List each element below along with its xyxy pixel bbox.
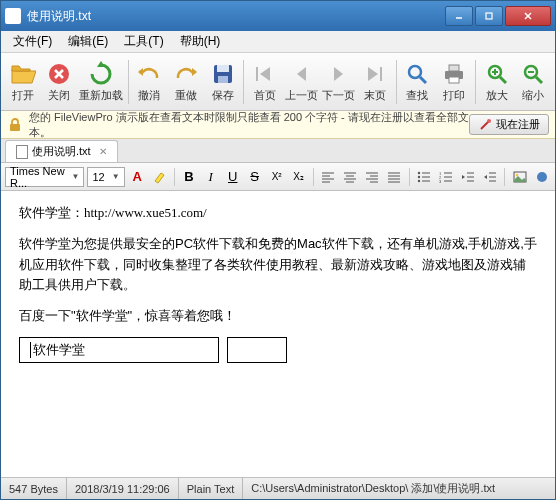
print-button[interactable]: 打印 — [436, 56, 472, 108]
tab-close-icon[interactable]: ✕ — [99, 146, 107, 157]
insert-link-button[interactable] — [532, 167, 551, 187]
prev-page-button[interactable]: 上一页 — [284, 56, 320, 108]
next-page-button[interactable]: 下一页 — [320, 56, 356, 108]
svg-rect-15 — [449, 65, 459, 71]
insert-image-button[interactable] — [510, 167, 529, 187]
redo-icon — [172, 60, 200, 88]
last-page-button[interactable]: 末页 — [357, 56, 393, 108]
indent-button[interactable] — [480, 167, 499, 187]
font-size-combo[interactable]: 12▼ — [87, 167, 124, 187]
statusbar: 547 Bytes 2018/3/19 11:29:06 Plain Text … — [1, 477, 555, 499]
maximize-button[interactable] — [475, 6, 503, 26]
svg-rect-24 — [10, 124, 20, 131]
align-center-button[interactable] — [341, 167, 360, 187]
svg-rect-9 — [218, 76, 228, 83]
lock-icon — [7, 117, 23, 133]
content-box-1: 软件学堂 — [19, 337, 219, 363]
close-file-button[interactable]: 关闭 — [42, 56, 78, 108]
zoom-in-icon — [483, 60, 511, 88]
svg-rect-11 — [380, 67, 382, 81]
status-type: Plain Text — [179, 478, 244, 499]
search-icon — [403, 60, 431, 88]
menu-file[interactable]: 文件(F) — [5, 31, 60, 52]
align-justify-button[interactable] — [385, 167, 404, 187]
svg-point-26 — [487, 119, 491, 123]
align-left-button[interactable] — [319, 167, 338, 187]
svg-point-43 — [418, 171, 420, 173]
menu-edit[interactable]: 编辑(E) — [60, 31, 116, 52]
highlight-button[interactable] — [150, 167, 169, 187]
window-title: 使用说明.txt — [27, 8, 443, 25]
document-tab[interactable]: 使用说明.txt ✕ — [5, 140, 118, 162]
document-icon — [16, 145, 28, 159]
subscript-button[interactable]: X₂ — [289, 167, 308, 187]
titlebar: 使用说明.txt — [1, 1, 555, 31]
menubar: 文件(F) 编辑(E) 工具(T) 帮助(H) — [1, 31, 555, 53]
format-toolbar: Times New R...▼ 12▼ A B I U S X² X₂ 123 — [1, 163, 555, 191]
close-button[interactable] — [505, 6, 551, 26]
menu-tools[interactable]: 工具(T) — [116, 31, 171, 52]
undo-button[interactable]: 撤消 — [131, 56, 167, 108]
svg-rect-10 — [256, 67, 258, 81]
main-toolbar: 打开 关闭 重新加载 撤消 重做 保存 首页 上一页 下一页 末页 查找 打印 … — [1, 53, 555, 111]
status-datetime: 2018/3/19 11:29:06 — [67, 478, 179, 499]
wand-icon — [478, 118, 492, 132]
minimize-button[interactable] — [445, 6, 473, 26]
open-button[interactable]: 打开 — [5, 56, 41, 108]
outdent-button[interactable] — [458, 167, 477, 187]
align-right-button[interactable] — [363, 167, 382, 187]
bold-button[interactable]: B — [179, 167, 198, 187]
banner-message: 您的 FileViewPro 演示版在查看文本时限制只能查看 200 个字符 -… — [29, 110, 469, 140]
prev-page-icon — [288, 60, 316, 88]
zoom-out-button[interactable]: 缩小 — [515, 56, 551, 108]
tab-label: 使用说明.txt — [32, 144, 91, 159]
content-box-row: 软件学堂 — [19, 337, 537, 363]
underline-button[interactable]: U — [223, 167, 242, 187]
trial-banner: 您的 FileViewPro 演示版在查看文本时限制只能查看 200 个字符 -… — [1, 111, 555, 139]
svg-rect-16 — [449, 77, 459, 83]
svg-point-47 — [418, 179, 420, 181]
status-size: 547 Bytes — [1, 478, 67, 499]
undo-icon — [135, 60, 163, 88]
font-color-button[interactable]: A — [128, 167, 147, 187]
svg-point-62 — [515, 173, 518, 176]
superscript-button[interactable]: X² — [267, 167, 286, 187]
svg-point-12 — [409, 66, 421, 78]
first-page-icon — [251, 60, 279, 88]
strike-button[interactable]: S — [245, 167, 264, 187]
save-icon — [209, 60, 237, 88]
first-page-button[interactable]: 首页 — [247, 56, 283, 108]
document-content[interactable]: 软件学堂：http://www.xue51.com/ 软件学堂为您提供最安全的P… — [1, 191, 555, 477]
next-page-icon — [324, 60, 352, 88]
svg-point-63 — [537, 172, 547, 182]
svg-point-45 — [418, 175, 420, 177]
number-list-button[interactable]: 123 — [437, 167, 456, 187]
content-line-1: 软件学堂：http://www.xue51.com/ — [19, 203, 537, 224]
redo-button[interactable]: 重做 — [168, 56, 204, 108]
register-button[interactable]: 现在注册 — [469, 114, 549, 135]
content-para-2: 百度一下"软件学堂"，惊喜等着您哦！ — [19, 306, 537, 327]
svg-rect-1 — [486, 13, 492, 19]
reload-icon — [87, 60, 115, 88]
svg-line-22 — [536, 77, 542, 83]
app-icon — [5, 8, 21, 24]
zoom-out-icon — [519, 60, 547, 88]
find-button[interactable]: 查找 — [400, 56, 436, 108]
status-path: C:\Users\Administrator\Desktop\ 添加\使用说明.… — [243, 478, 555, 499]
svg-text:3: 3 — [439, 179, 442, 183]
save-button[interactable]: 保存 — [205, 56, 241, 108]
svg-line-18 — [500, 77, 506, 83]
content-box-2 — [227, 337, 287, 363]
reload-button[interactable]: 重新加载 — [78, 56, 124, 108]
italic-button[interactable]: I — [201, 167, 220, 187]
content-para-1: 软件学堂为您提供最安全的PC软件下载和免费的Mac软件下载，还有单机游戏,手机游… — [19, 234, 537, 296]
svg-rect-8 — [217, 65, 229, 72]
document-tabbar: 使用说明.txt ✕ — [1, 139, 555, 163]
zoom-in-button[interactable]: 放大 — [479, 56, 515, 108]
menu-help[interactable]: 帮助(H) — [172, 31, 229, 52]
folder-open-icon — [9, 60, 37, 88]
font-family-combo[interactable]: Times New R...▼ — [5, 167, 84, 187]
bullet-list-button[interactable] — [415, 167, 434, 187]
last-page-icon — [361, 60, 389, 88]
print-icon — [440, 60, 468, 88]
